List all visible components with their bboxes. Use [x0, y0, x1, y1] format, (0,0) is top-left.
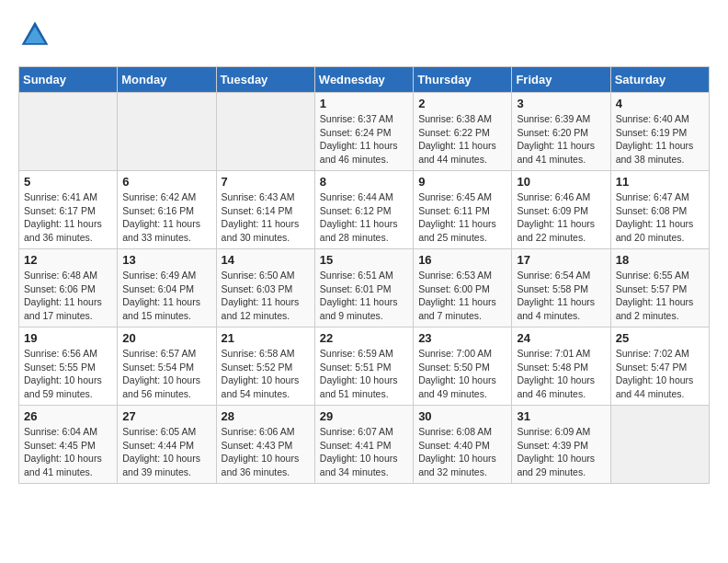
day-number: 25	[616, 331, 704, 345]
weekday-header-tuesday: Tuesday	[216, 67, 314, 93]
weekday-header-monday: Monday	[118, 67, 216, 93]
calendar-cell: 8Sunrise: 6:44 AM Sunset: 6:12 PM Daylig…	[314, 171, 413, 249]
day-info: Sunrise: 6:54 AM Sunset: 5:58 PM Dayligh…	[517, 269, 605, 323]
day-number: 2	[418, 97, 506, 110]
calendar-cell: 24Sunrise: 7:01 AM Sunset: 5:48 PM Dayli…	[512, 327, 610, 406]
day-info: Sunrise: 6:05 AM Sunset: 4:44 PM Dayligh…	[122, 425, 210, 479]
day-number: 5	[24, 175, 112, 189]
day-info: Sunrise: 6:06 AM Sunset: 4:43 PM Dayligh…	[222, 425, 310, 479]
calendar-cell: 11Sunrise: 6:47 AM Sunset: 6:08 PM Dayli…	[610, 171, 709, 249]
day-number: 1	[320, 97, 408, 110]
day-number: 11	[616, 175, 704, 189]
day-number: 17	[517, 253, 605, 267]
day-info: Sunrise: 7:01 AM Sunset: 5:48 PM Dayligh…	[517, 347, 605, 401]
day-number: 23	[418, 331, 506, 345]
weekday-header-saturday: Saturday	[610, 67, 709, 93]
day-info: Sunrise: 6:59 AM Sunset: 5:51 PM Dayligh…	[320, 347, 408, 401]
calendar-cell: 23Sunrise: 7:00 AM Sunset: 5:50 PM Dayli…	[414, 327, 512, 406]
calendar-cell: 14Sunrise: 6:50 AM Sunset: 6:03 PM Dayli…	[216, 249, 314, 327]
logo	[18, 18, 57, 52]
calendar-cell	[118, 93, 216, 171]
day-info: Sunrise: 6:48 AM Sunset: 6:06 PM Dayligh…	[24, 269, 112, 323]
calendar-cell: 2Sunrise: 6:38 AM Sunset: 6:22 PM Daylig…	[414, 93, 512, 171]
calendar-table: SundayMondayTuesdayWednesdayThursdayFrid…	[18, 66, 710, 484]
day-number: 22	[320, 331, 408, 345]
day-number: 31	[517, 409, 605, 423]
day-info: Sunrise: 6:41 AM Sunset: 6:17 PM Dayligh…	[24, 190, 112, 245]
day-number: 18	[616, 253, 704, 267]
day-info: Sunrise: 6:37 AM Sunset: 6:24 PM Dayligh…	[320, 112, 408, 167]
day-number: 14	[222, 253, 310, 267]
day-info: Sunrise: 6:42 AM Sunset: 6:16 PM Dayligh…	[122, 190, 210, 245]
day-number: 16	[418, 253, 506, 267]
day-info: Sunrise: 6:44 AM Sunset: 6:12 PM Dayligh…	[320, 190, 408, 245]
calendar-week-5: 26Sunrise: 6:04 AM Sunset: 4:45 PM Dayli…	[19, 406, 710, 484]
day-info: Sunrise: 6:55 AM Sunset: 5:57 PM Dayligh…	[616, 269, 704, 323]
day-number: 4	[616, 97, 704, 110]
day-number: 21	[222, 331, 310, 345]
calendar-cell: 29Sunrise: 6:07 AM Sunset: 4:41 PM Dayli…	[314, 406, 413, 484]
day-info: Sunrise: 6:51 AM Sunset: 6:01 PM Dayligh…	[320, 269, 408, 323]
day-number: 30	[418, 409, 506, 423]
calendar-cell: 22Sunrise: 6:59 AM Sunset: 5:51 PM Dayli…	[314, 327, 413, 406]
day-info: Sunrise: 6:38 AM Sunset: 6:22 PM Dayligh…	[418, 112, 506, 167]
day-info: Sunrise: 6:50 AM Sunset: 6:03 PM Dayligh…	[222, 269, 310, 323]
day-info: Sunrise: 7:02 AM Sunset: 5:47 PM Dayligh…	[616, 347, 704, 401]
calendar-cell	[19, 93, 118, 171]
weekday-header-sunday: Sunday	[19, 67, 118, 93]
day-number: 29	[320, 409, 408, 423]
calendar-cell: 27Sunrise: 6:05 AM Sunset: 4:44 PM Dayli…	[118, 406, 216, 484]
day-info: Sunrise: 6:39 AM Sunset: 6:20 PM Dayligh…	[517, 112, 605, 167]
weekday-header-friday: Friday	[512, 67, 610, 93]
calendar-cell	[216, 93, 314, 171]
day-info: Sunrise: 7:00 AM Sunset: 5:50 PM Dayligh…	[418, 347, 506, 401]
calendar-cell: 16Sunrise: 6:53 AM Sunset: 6:00 PM Dayli…	[414, 249, 512, 327]
day-number: 26	[24, 409, 112, 423]
day-info: Sunrise: 6:09 AM Sunset: 4:39 PM Dayligh…	[517, 425, 605, 479]
calendar-cell: 18Sunrise: 6:55 AM Sunset: 5:57 PM Dayli…	[610, 249, 709, 327]
day-number: 19	[24, 331, 112, 345]
day-info: Sunrise: 6:56 AM Sunset: 5:55 PM Dayligh…	[24, 347, 112, 401]
calendar-cell: 25Sunrise: 7:02 AM Sunset: 5:47 PM Dayli…	[610, 327, 709, 406]
calendar-cell: 31Sunrise: 6:09 AM Sunset: 4:39 PM Dayli…	[512, 406, 610, 484]
day-info: Sunrise: 6:53 AM Sunset: 6:00 PM Dayligh…	[418, 269, 506, 323]
day-info: Sunrise: 6:58 AM Sunset: 5:52 PM Dayligh…	[222, 347, 310, 401]
day-number: 13	[122, 253, 210, 267]
day-info: Sunrise: 6:43 AM Sunset: 6:14 PM Dayligh…	[222, 190, 310, 245]
day-number: 24	[517, 331, 605, 345]
calendar-cell: 9Sunrise: 6:45 AM Sunset: 6:11 PM Daylig…	[414, 171, 512, 249]
day-info: Sunrise: 6:40 AM Sunset: 6:19 PM Dayligh…	[616, 112, 704, 167]
day-info: Sunrise: 6:47 AM Sunset: 6:08 PM Dayligh…	[616, 190, 704, 245]
day-info: Sunrise: 6:45 AM Sunset: 6:11 PM Dayligh…	[418, 190, 506, 245]
day-info: Sunrise: 6:04 AM Sunset: 4:45 PM Dayligh…	[24, 425, 112, 479]
calendar-cell: 6Sunrise: 6:42 AM Sunset: 6:16 PM Daylig…	[118, 171, 216, 249]
day-number: 6	[122, 175, 210, 189]
day-number: 12	[24, 253, 112, 267]
calendar-cell: 3Sunrise: 6:39 AM Sunset: 6:20 PM Daylig…	[512, 93, 610, 171]
page-header	[18, 18, 710, 52]
day-number: 8	[320, 175, 408, 189]
day-number: 27	[122, 409, 210, 423]
calendar-cell: 20Sunrise: 6:57 AM Sunset: 5:54 PM Dayli…	[118, 327, 216, 406]
calendar-cell: 10Sunrise: 6:46 AM Sunset: 6:09 PM Dayli…	[512, 171, 610, 249]
day-number: 20	[122, 331, 210, 345]
day-number: 3	[517, 97, 605, 110]
day-info: Sunrise: 6:57 AM Sunset: 5:54 PM Dayligh…	[122, 347, 210, 401]
calendar-week-3: 12Sunrise: 6:48 AM Sunset: 6:06 PM Dayli…	[19, 249, 710, 327]
calendar-cell: 26Sunrise: 6:04 AM Sunset: 4:45 PM Dayli…	[19, 406, 118, 484]
calendar-cell: 19Sunrise: 6:56 AM Sunset: 5:55 PM Dayli…	[19, 327, 118, 406]
weekday-header-thursday: Thursday	[414, 67, 512, 93]
day-number: 15	[320, 253, 408, 267]
calendar-week-1: 1Sunrise: 6:37 AM Sunset: 6:24 PM Daylig…	[19, 93, 710, 171]
calendar-cell: 28Sunrise: 6:06 AM Sunset: 4:43 PM Dayli…	[216, 406, 314, 484]
calendar-cell: 12Sunrise: 6:48 AM Sunset: 6:06 PM Dayli…	[19, 249, 118, 327]
calendar-cell: 7Sunrise: 6:43 AM Sunset: 6:14 PM Daylig…	[216, 171, 314, 249]
calendar-week-4: 19Sunrise: 6:56 AM Sunset: 5:55 PM Dayli…	[19, 327, 710, 406]
day-info: Sunrise: 6:46 AM Sunset: 6:09 PM Dayligh…	[517, 190, 605, 245]
weekday-header-wednesday: Wednesday	[314, 67, 413, 93]
calendar-week-2: 5Sunrise: 6:41 AM Sunset: 6:17 PM Daylig…	[19, 171, 710, 249]
day-info: Sunrise: 6:07 AM Sunset: 4:41 PM Dayligh…	[320, 425, 408, 479]
calendar-cell: 17Sunrise: 6:54 AM Sunset: 5:58 PM Dayli…	[512, 249, 610, 327]
day-number: 28	[222, 409, 310, 423]
day-info: Sunrise: 6:49 AM Sunset: 6:04 PM Dayligh…	[122, 269, 210, 323]
